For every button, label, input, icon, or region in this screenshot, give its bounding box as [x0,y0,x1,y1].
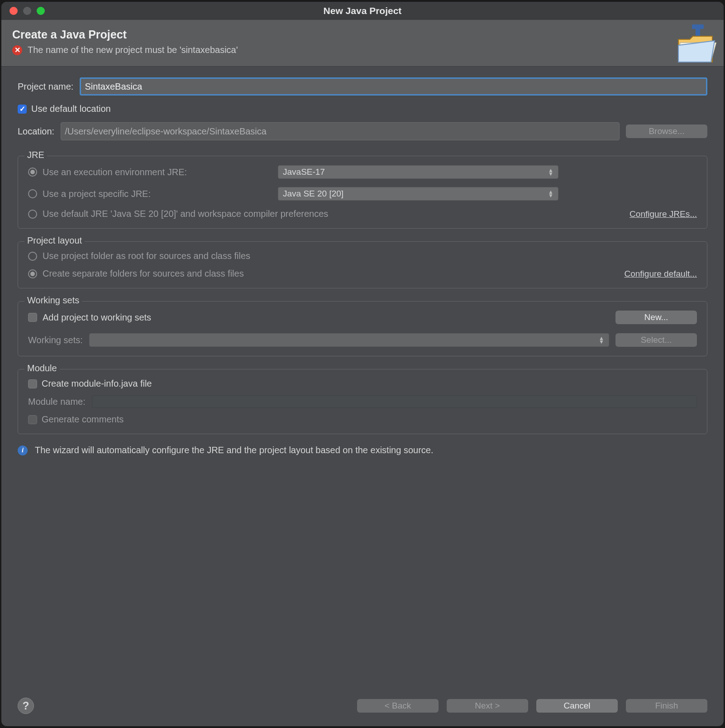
create-module-checkbox[interactable] [28,379,37,388]
svg-rect-1 [692,24,704,29]
jre-exec-env-label: Use an execution environment JRE: [43,167,187,177]
error-icon: ✕ [12,45,22,55]
jre-exec-env-radio[interactable] [28,168,37,177]
dropdown-caret-icon: ▲▼ [548,190,553,197]
configure-default-link[interactable]: Configure default... [624,269,697,279]
jre-project-specific-select[interactable]: Java SE 20 [20] ▲▼ [278,187,558,201]
module-group-title: Module [24,363,60,374]
working-sets-title: Working sets [24,295,82,306]
layout-separate-row: Create separate folders for sources and … [28,268,697,279]
select-working-set-button[interactable]: Select... [615,333,697,347]
location-label: Location: [18,126,54,137]
info-row: i The wizard will automatically configur… [18,445,707,455]
jre-project-specific-value: Java SE 20 [20] [283,189,343,199]
new-working-set-button[interactable]: New... [615,311,697,324]
module-group: Module Create module-info.java file Modu… [18,369,707,434]
module-create-row: Create module-info.java file [28,378,697,389]
jre-exec-env-select[interactable]: JavaSE-17 ▲▼ [278,165,558,179]
jre-project-specific-radio[interactable] [28,189,37,198]
module-name-input [92,395,697,408]
dropdown-caret-icon: ▲▼ [548,168,553,176]
cancel-button[interactable]: Cancel [536,699,618,713]
layout-root-radio[interactable] [28,252,37,261]
dialog-window: New Java Project Create a Java Project ✕… [1,2,724,726]
info-message: The wizard will automatically configure … [35,445,433,455]
module-name-row: Module name: [28,395,697,408]
info-icon: i [18,445,28,455]
jre-exec-env-value: JavaSE-17 [283,167,325,177]
jre-project-specific-row: Use a project specific JRE: Java SE 20 [… [28,187,697,201]
wizard-header: Create a Java Project ✕ The name of the … [1,20,724,67]
wizard-title: Create a Java Project [12,28,713,41]
location-row: Location: Browse... [18,122,707,140]
error-row: ✕ The name of the new project must be 's… [12,45,713,55]
jre-group: JRE Use an execution environment JRE: Ja… [18,156,707,229]
project-name-input[interactable] [80,77,707,96]
generate-comments-row: Generate comments [28,414,697,425]
layout-separate-radio[interactable] [28,269,37,278]
wizard-content: Project name: ✓ Use default location Loc… [1,67,724,685]
default-location-row: ✓ Use default location [18,104,707,114]
titlebar: New Java Project [1,2,724,20]
jre-project-specific-label: Use a project specific JRE: [43,189,151,199]
jre-default-label: Use default JRE 'Java SE 20 [20]' and wo… [43,209,328,219]
next-button[interactable]: Next > [447,699,528,713]
add-working-sets-checkbox[interactable] [28,313,37,322]
create-module-label: Create module-info.java file [42,378,152,389]
use-default-location-label: Use default location [31,104,111,114]
add-working-sets-label: Add project to working sets [43,312,151,323]
generate-comments-checkbox [28,415,37,424]
working-sets-group: Working sets Add project to working sets… [18,301,707,356]
maximize-window-button[interactable] [37,7,45,15]
jre-group-title: JRE [24,150,47,160]
jre-exec-env-row: Use an execution environment JRE: JavaSE… [28,165,697,179]
wizard-footer: ? < Back Next > Cancel Finish [1,685,724,726]
project-name-label: Project name: [18,81,73,92]
window-title: New Java Project [1,5,724,16]
working-sets-label: Working sets: [28,335,83,345]
project-name-row: Project name: [18,77,707,96]
working-sets-select-row: Working sets: ▲▼ Select... [28,333,697,347]
generate-comments-label: Generate comments [42,414,124,425]
layout-root-label: Use project folder as root for sources a… [43,251,250,261]
working-sets-select[interactable]: ▲▼ [89,333,609,347]
project-layout-group: Project layout Use project folder as roo… [18,241,707,288]
configure-jres-link[interactable]: Configure JREs... [630,209,697,219]
jre-default-row: Use default JRE 'Java SE 20 [20]' and wo… [28,209,697,219]
finish-button[interactable]: Finish [626,699,707,713]
browse-button[interactable]: Browse... [626,125,707,138]
working-sets-add-row: Add project to working sets New... [28,311,697,324]
back-button[interactable]: < Back [357,699,439,713]
minimize-window-button[interactable] [23,7,31,15]
close-window-button[interactable] [10,7,18,15]
project-layout-title: Project layout [24,235,85,246]
layout-root-row: Use project folder as root for sources a… [28,251,697,261]
help-icon[interactable]: ? [18,698,34,714]
layout-separate-label: Create separate folders for sources and … [43,268,244,279]
window-controls [1,7,45,15]
use-default-location-checkbox[interactable]: ✓ [18,105,27,114]
location-input [61,122,620,140]
error-message: The name of the new project must be 'sin… [28,45,238,55]
module-name-label: Module name: [28,397,86,407]
project-folder-icon [669,24,719,69]
jre-default-radio[interactable] [28,210,37,219]
dropdown-caret-icon: ▲▼ [599,336,604,344]
